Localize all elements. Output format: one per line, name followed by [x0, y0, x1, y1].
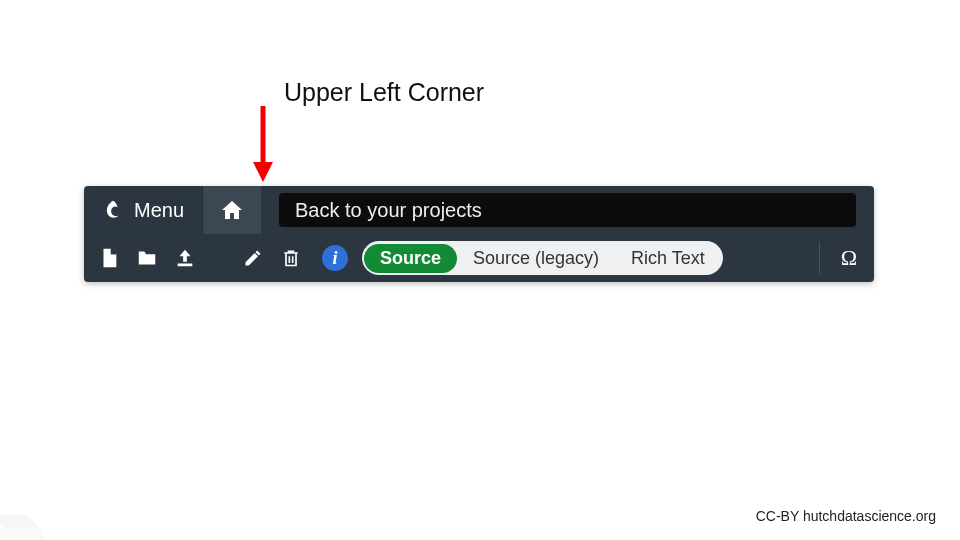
upload-button[interactable]	[170, 243, 200, 273]
mode-rich-text[interactable]: Rich Text	[615, 244, 721, 273]
svg-rect-2	[178, 264, 193, 267]
omega-icon: Ω	[841, 245, 857, 270]
svg-marker-1	[253, 162, 273, 182]
toolbar-top-row: Menu Back to your projects	[84, 186, 874, 234]
mode-source-legacy[interactable]: Source (legacy)	[457, 244, 615, 273]
svg-marker-3	[0, 515, 44, 533]
editor-toolbar: Menu Back to your projects	[84, 186, 874, 282]
toolbar-bottom-row: i Source Source (legacy) Rich Text Ω	[84, 234, 874, 282]
new-file-button[interactable]	[94, 243, 124, 273]
annotation-arrow	[248, 104, 278, 184]
attribution-text: CC-BY hutchdatascience.org	[756, 508, 936, 524]
delete-button[interactable]	[276, 243, 306, 273]
mode-source[interactable]: Source	[364, 244, 457, 273]
annotation-label: Upper Left Corner	[284, 78, 484, 107]
rename-button[interactable]	[238, 243, 268, 273]
home-button[interactable]	[203, 186, 261, 234]
new-folder-button[interactable]	[132, 243, 162, 273]
home-tooltip: Back to your projects	[279, 193, 856, 227]
editor-mode-switch: Source Source (legacy) Rich Text	[362, 241, 723, 275]
home-icon	[220, 198, 244, 222]
menu-label: Menu	[134, 199, 184, 222]
info-icon: i	[332, 248, 337, 269]
special-character-button[interactable]: Ω	[834, 245, 864, 271]
pencil-icon	[243, 248, 263, 268]
info-button[interactable]: i	[322, 245, 348, 271]
trash-icon	[281, 247, 301, 269]
corner-decoration	[0, 480, 80, 540]
menu-button[interactable]: Menu	[84, 186, 203, 234]
toolbar-divider	[819, 242, 820, 274]
svg-marker-4	[0, 528, 53, 540]
new-file-icon	[98, 247, 120, 269]
overleaf-logo-icon	[102, 199, 124, 221]
upload-icon	[174, 247, 196, 269]
folder-icon	[135, 247, 159, 269]
